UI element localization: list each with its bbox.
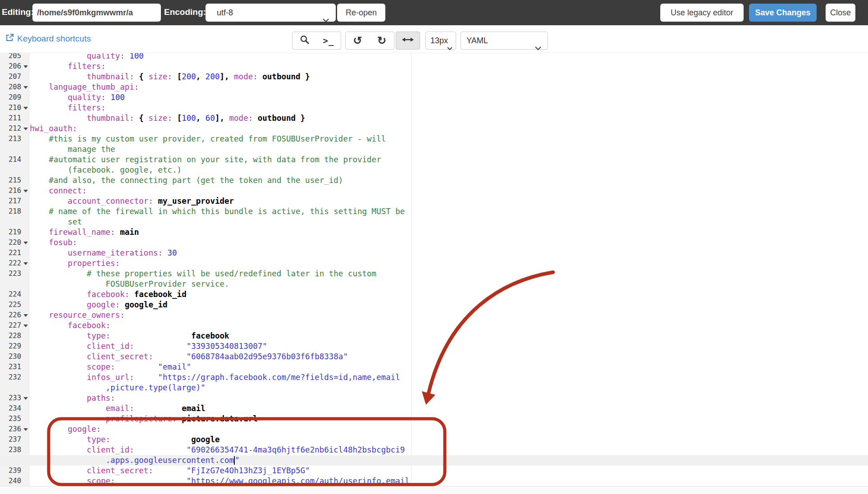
- fold-toggle-icon[interactable]: [21, 320, 30, 331]
- redo-icon: ↻: [377, 35, 386, 46]
- line-number: 220: [0, 238, 21, 248]
- line-number: 206: [0, 61, 21, 72]
- code-row: 220 fosub:: [0, 238, 868, 248]
- editing-label: Editing:: [2, 7, 34, 17]
- line-number: 215: [0, 175, 21, 186]
- fold-gutter: [21, 352, 30, 362]
- fold-toggle-icon[interactable]: [21, 103, 30, 113]
- encoding-label: Encoding:: [164, 7, 206, 17]
- line-number: 205: [0, 53, 21, 61]
- fold-toggle-icon[interactable]: [21, 424, 30, 435]
- fold-toggle-icon[interactable]: [21, 310, 30, 320]
- code-row: 216 connect:: [0, 186, 868, 196]
- code-line-text: facebook:: [30, 320, 868, 331]
- save-changes-button[interactable]: Save Changes: [749, 4, 817, 22]
- fold-toggle-icon[interactable]: [21, 82, 30, 92]
- fold-toggle-icon[interactable]: [21, 238, 30, 248]
- fold-gutter: [21, 300, 30, 310]
- fold-gutter: [21, 269, 30, 279]
- code-line-text: fosub:: [30, 238, 868, 248]
- code-row: 236 google:: [0, 424, 868, 435]
- line-number: 239: [0, 466, 21, 476]
- redo-button[interactable]: ↻: [370, 32, 394, 50]
- code-line-text: type: google: [30, 435, 868, 445]
- fold-gutter: [21, 289, 30, 300]
- code-row: 226 resource_owners:: [0, 310, 868, 320]
- close-button[interactable]: Close: [826, 4, 855, 22]
- fold-gutter: [21, 144, 30, 155]
- fold-toggle-icon[interactable]: [21, 186, 30, 196]
- fold-gutter: [21, 466, 30, 476]
- top-bar: Editing: Encoding: utf-8 Re-open Use leg…: [0, 0, 868, 25]
- code-line-text: filters:: [30, 103, 868, 113]
- code-line-text: facebook: facebook_id: [30, 289, 868, 300]
- terminal-button[interactable]: >_: [316, 32, 341, 50]
- code-row: 232 infos_url: "https://graph.facebook.c…: [0, 372, 868, 383]
- code-line-text: thumbnail: { size: [200, 200], mode: out…: [30, 72, 868, 82]
- code-row: 225 google: google_id: [0, 300, 868, 310]
- code-row: FOSUBUserProvider service.: [0, 279, 868, 289]
- code-line-text: (facebook. google, etc.): [30, 165, 868, 175]
- code-row: 218 # name of the firewall in which this…: [0, 206, 868, 217]
- code-row: 219 firewall_name: main: [0, 227, 868, 238]
- reopen-button[interactable]: Re-open: [337, 4, 385, 22]
- fold-toggle-icon[interactable]: [21, 124, 30, 134]
- fold-gutter: [21, 414, 30, 424]
- file-path-input[interactable]: [32, 4, 161, 22]
- fold-toggle-icon[interactable]: [21, 393, 30, 403]
- line-number: 225: [0, 300, 21, 310]
- code-line-text: client_id: "690266354741-4ma3q6hjtf6e2nb…: [30, 445, 868, 455]
- fold-gutter: [21, 227, 30, 238]
- code-line-text: #and also, the connecting part (get the …: [30, 175, 868, 186]
- fold-gutter: [21, 341, 30, 352]
- code-row: 228 type: facebook: [0, 331, 868, 341]
- code-row: 221 username_iterations: 30: [0, 248, 868, 258]
- fold-gutter: [21, 331, 30, 341]
- code-editor[interactable]: 205 quality: 100206 filters:207 thumbnai…: [0, 53, 868, 486]
- code-row: 240 scope: "https://www.googleapis.com/a…: [0, 476, 868, 486]
- fold-toggle-icon[interactable]: [21, 61, 30, 72]
- code-row: 213 #this is my custom user provider, cr…: [0, 134, 868, 144]
- wrap-toggle-button[interactable]: [396, 32, 420, 50]
- code-row: 229 client_id: "339305340813007": [0, 341, 868, 352]
- line-number: 229: [0, 341, 21, 352]
- code-line-text: thumbnail: { size: [100, 60], mode: outb…: [30, 113, 868, 124]
- line-number: 232: [0, 372, 21, 383]
- code-line-text: properties:: [30, 258, 868, 269]
- line-number: 236: [0, 424, 21, 435]
- line-number: 222: [0, 258, 21, 269]
- code-line-text: google: google_id: [30, 300, 868, 310]
- fold-gutter: [21, 113, 30, 124]
- fold-gutter: [21, 206, 30, 217]
- code-row: 224 facebook: facebook_id: [0, 289, 868, 300]
- line-number: 221: [0, 248, 21, 258]
- code-line-text: manage the: [30, 144, 868, 155]
- code-line-text: ,picture.type(large)": [30, 383, 868, 393]
- legacy-editor-button[interactable]: Use legacy editor: [660, 4, 744, 22]
- keyboard-shortcuts-link[interactable]: Keyboard shortcuts: [5, 33, 91, 44]
- line-number: 230: [0, 352, 21, 362]
- code-row: 227 facebook:: [0, 320, 868, 331]
- fold-gutter: [21, 165, 30, 175]
- fold-gutter: [21, 72, 30, 82]
- code-row: 210 filters:: [0, 103, 868, 113]
- code-row: 212hwi_oauth:: [0, 124, 868, 134]
- font-size-select[interactable]: 13px: [425, 32, 456, 50]
- encoding-select[interactable]: utf-8: [206, 4, 336, 22]
- terminal-icon: >_: [323, 36, 334, 46]
- line-number: 209: [0, 92, 21, 103]
- code-line-text: scope: "email": [30, 362, 868, 372]
- code-row: 222 properties:: [0, 258, 868, 269]
- editor-toolbar: Keyboard shortcuts >_ ↺ ↻ 13px YAML: [0, 25, 868, 53]
- code-line-text: username_iterations: 30: [30, 248, 868, 258]
- line-number: 233: [0, 393, 21, 403]
- code-row: ,picture.type(large)": [0, 383, 868, 393]
- undo-button[interactable]: ↺: [345, 32, 370, 50]
- code-row: 206 filters:: [0, 61, 868, 72]
- fold-gutter: [21, 196, 30, 206]
- fold-gutter: [21, 248, 30, 258]
- fold-gutter: [21, 435, 30, 445]
- fold-toggle-icon[interactable]: [21, 258, 30, 269]
- mode-select[interactable]: YAML: [461, 32, 548, 50]
- search-button[interactable]: [292, 32, 317, 50]
